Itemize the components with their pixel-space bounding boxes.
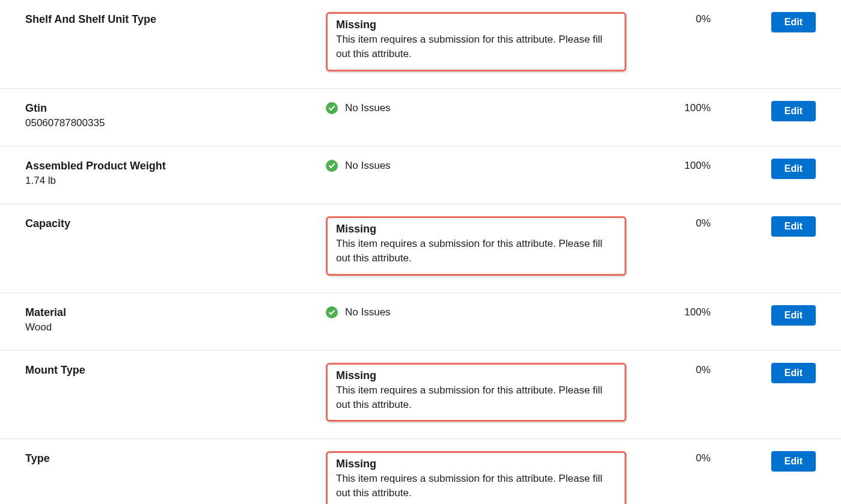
attribute-percent: 0% [638,363,723,376]
attribute-status-cell: No Issues [326,159,638,172]
attribute-action-cell: Edit [723,12,816,32]
edit-button[interactable]: Edit [771,159,816,179]
attribute-status-cell: No Issues [326,305,638,318]
attribute-percent: 100% [638,305,723,318]
attribute-percent: 0% [638,12,723,25]
status-ok: No Issues [326,159,626,172]
check-circle-icon [326,160,338,172]
status-missing-box: MissingThis item requires a submission f… [326,363,626,422]
attribute-name: Gtin [25,101,314,116]
attribute-row: Mount TypeMissingThis item requires a su… [0,351,841,440]
attribute-name-cell: Gtin05060787800335 [25,101,326,129]
attribute-action-cell: Edit [723,451,816,472]
edit-button[interactable]: Edit [771,101,816,121]
missing-description: This item requires a submission for this… [336,472,616,500]
attribute-action-cell: Edit [723,216,816,237]
status-ok: No Issues [326,101,626,114]
attribute-value: 1.74 lb [25,175,314,187]
edit-button[interactable]: Edit [771,305,816,326]
attribute-name-cell: Mount Type [25,363,326,378]
attribute-percent: 100% [638,159,723,172]
attribute-name-cell: Assembled Product Weight1.74 lb [25,159,326,187]
edit-button[interactable]: Edit [771,12,816,32]
attribute-name: Type [25,451,314,466]
attribute-row: Shelf And Shelf Unit TypeMissingThis ite… [0,0,841,89]
missing-title: Missing [336,223,616,235]
attribute-percent: 0% [638,451,723,464]
attribute-action-cell: Edit [723,159,816,179]
missing-description: This item requires a submission for this… [336,383,616,412]
attribute-name: Material [25,305,314,320]
missing-description: This item requires a submission for this… [336,32,616,61]
attribute-percent: 100% [638,101,723,114]
status-missing-box: MissingThis item requires a submission f… [326,451,626,504]
status-missing-box: MissingThis item requires a submission f… [326,12,626,71]
attribute-row: MaterialWoodNo Issues100%Edit [0,293,841,351]
check-circle-icon [326,306,338,318]
attribute-name-cell: Shelf And Shelf Unit Type [25,12,326,27]
edit-button[interactable]: Edit [771,363,816,383]
attribute-value: Wood [25,321,314,333]
attribute-name: Shelf And Shelf Unit Type [25,12,314,27]
attribute-action-cell: Edit [723,305,816,326]
attribute-name-cell: Capacity [25,216,326,231]
check-circle-icon [326,102,338,114]
attribute-value: 05060787800335 [25,117,314,129]
attribute-status-cell: No Issues [326,101,638,114]
status-ok-text: No Issues [345,160,391,172]
status-missing-box: MissingThis item requires a submission f… [326,216,626,276]
attribute-action-cell: Edit [723,363,816,383]
attribute-percent: 0% [638,216,723,229]
missing-title: Missing [336,369,616,382]
missing-title: Missing [336,458,616,470]
attribute-name: Assembled Product Weight [25,159,314,174]
missing-description: This item requires a submission for this… [336,237,616,266]
attribute-status-cell: MissingThis item requires a submission f… [326,451,638,504]
attribute-name-cell: MaterialWood [25,305,326,333]
attribute-name: Mount Type [25,363,314,378]
attribute-status-cell: MissingThis item requires a submission f… [326,216,638,276]
status-ok-text: No Issues [345,102,391,114]
edit-button[interactable]: Edit [771,451,816,472]
edit-button[interactable]: Edit [771,216,816,237]
status-ok-text: No Issues [345,306,391,318]
status-ok: No Issues [326,305,626,318]
attribute-action-cell: Edit [723,101,816,121]
attribute-row: CapacityMissingThis item requires a subm… [0,204,841,293]
attribute-row: Gtin05060787800335No Issues100%Edit [0,89,841,147]
attribute-status-cell: MissingThis item requires a submission f… [326,363,638,422]
attribute-status-cell: MissingThis item requires a submission f… [326,12,638,71]
attribute-name-cell: Type [25,451,326,466]
attribute-row: TypeMissingThis item requires a submissi… [0,439,841,504]
missing-title: Missing [336,19,616,31]
attribute-row: Assembled Product Weight1.74 lbNo Issues… [0,147,841,204]
attribute-name: Capacity [25,216,314,231]
